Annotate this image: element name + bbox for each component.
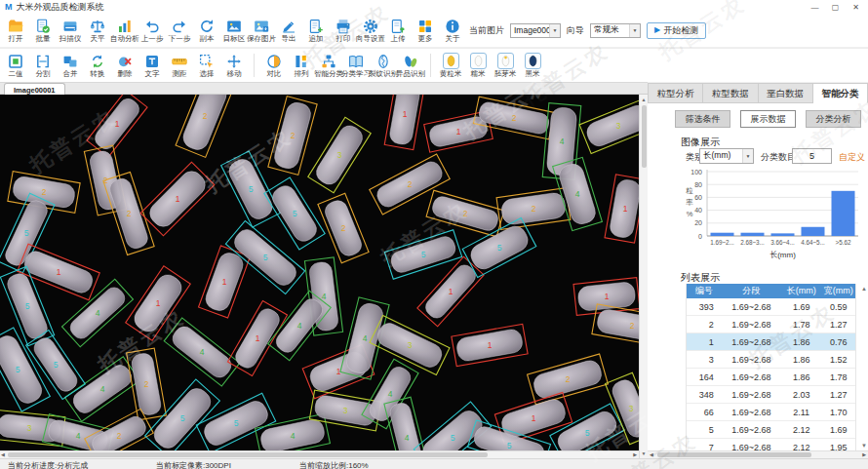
grain-box[interactable]: 2: [268, 97, 317, 176]
canvas-vertical-scrollbar[interactable]: ▲ ▼: [639, 95, 648, 458]
toolbar-measure-button[interactable]: 测距: [166, 54, 193, 78]
table-row[interactable]: 661.69~2.682.111.70: [687, 404, 855, 421]
toolbar-germ-rice-button[interactable]: 胚芽米: [492, 53, 519, 78]
grain-box[interactable]: 1: [452, 324, 528, 366]
scrollbar-thumb[interactable]: [657, 452, 811, 457]
grain-box[interactable]: 2: [592, 304, 639, 347]
toolbar-classify-learn-button[interactable]: 分类学习: [342, 54, 370, 78]
grain-box[interactable]: 1: [417, 256, 484, 326]
toolbar-more-button[interactable]: 更多: [412, 14, 439, 47]
toolbar-prev-step-button[interactable]: 上一步: [138, 14, 166, 47]
grain-box[interactable]: 5: [264, 177, 325, 250]
toolbar-duplicate-button[interactable]: 副本: [193, 14, 220, 47]
panel-subbutton-0[interactable]: 筛选条件: [675, 110, 730, 128]
scrollbar-thumb[interactable]: [642, 105, 647, 168]
scroll-right-icon[interactable]: ▶: [862, 451, 866, 458]
grain-box[interactable]: 4: [164, 318, 240, 386]
toolbar-target-region-button[interactable]: 目标区: [220, 14, 248, 47]
grain-box[interactable]: 3: [370, 315, 450, 374]
scroll-left-icon[interactable]: ◀: [650, 451, 653, 458]
toolbar-yellow-rice-button[interactable]: 黄粒米: [437, 53, 464, 78]
minimize-button[interactable]: —: [805, 0, 825, 14]
scrollbar-thumb[interactable]: [8, 452, 488, 457]
scroll-left-icon[interactable]: ◀: [1, 451, 5, 458]
toolbar-foreign-detect-button[interactable]: 异品识别: [397, 54, 424, 78]
panel-tab-0[interactable]: 粒型分析: [648, 83, 703, 103]
toolbar-convert-button[interactable]: 转换: [84, 54, 111, 78]
toolbar-auto-analyze-button[interactable]: 自动分析: [111, 14, 138, 47]
grain-box[interactable]: 1: [605, 175, 639, 243]
table-scroll-down-icon[interactable]: ▼: [861, 442, 867, 449]
toolbar-split-button[interactable]: 分割: [29, 54, 57, 78]
toolbar-glutinous-rice-button[interactable]: 糯米: [464, 53, 492, 78]
toolbar-smart-classify-button[interactable]: 智能分类: [315, 54, 342, 78]
canvas-horizontal-scrollbar[interactable]: ◀ ▶: [0, 450, 639, 458]
chevron-down-icon[interactable]: ▼: [549, 24, 560, 37]
table-row[interactable]: 3931.69~2.681.690.59: [687, 298, 855, 316]
toolbar-text-button[interactable]: 文字: [138, 54, 166, 78]
panel-subbutton-1[interactable]: 展示数据: [740, 110, 796, 128]
toolbar-upload-button[interactable]: 上传: [384, 14, 412, 47]
panel-subbutton-2[interactable]: 分类分析: [806, 110, 861, 128]
toolbar-binary-button[interactable]: 二值: [2, 54, 29, 78]
toolbar-scanner-button[interactable]: 扫描仪: [57, 14, 84, 47]
class-count-input[interactable]: [792, 148, 832, 164]
grain-box[interactable]: 3: [308, 117, 371, 192]
table-row[interactable]: 31.69~2.681.861.52: [687, 351, 855, 369]
image-canvas[interactable]: 1 2 2 3 1 1 2 4: [0, 95, 639, 450]
chevron-down-icon[interactable]: ▼: [742, 149, 753, 163]
toolbar-arrange-button[interactable]: 排列: [288, 54, 315, 78]
table-horizontal-scrollbar[interactable]: ◀ ▶: [648, 450, 868, 458]
maximize-button[interactable]: ▢: [825, 0, 846, 14]
toolbar-open-button[interactable]: 打开: [2, 14, 29, 47]
toolbar-save-image-button[interactable]: 保存图片: [248, 14, 275, 47]
start-detect-button[interactable]: ▶ 开始检测: [647, 22, 706, 39]
grain-box[interactable]: 1: [199, 246, 251, 318]
grain-box[interactable]: 2: [426, 190, 504, 237]
category-select[interactable]: 长(mm) ▼: [699, 148, 754, 164]
grain-box[interactable]: 1: [384, 95, 425, 150]
grain-box[interactable]: 2: [176, 95, 234, 157]
table-scroll-up-icon[interactable]: ▲: [861, 285, 867, 293]
toolbar-balance-button[interactable]: 天平: [84, 14, 111, 47]
grain-box[interactable]: 3: [579, 98, 639, 153]
grain-box[interactable]: 2: [318, 193, 369, 263]
scroll-up-icon[interactable]: ▲: [640, 96, 648, 103]
toolbar-select-button[interactable]: 选择: [193, 54, 220, 78]
table-row[interactable]: 1641.69~2.681.861.78: [687, 369, 855, 386]
grain-box[interactable]: 1: [87, 95, 147, 157]
chevron-down-icon[interactable]: ▼: [629, 24, 640, 37]
toolbar-compare-button[interactable]: 对比: [260, 54, 288, 78]
toolbar-delete-button[interactable]: 删除: [111, 54, 138, 78]
table-row[interactable]: 71.69~2.682.121.95: [687, 439, 855, 450]
table-row[interactable]: 3481.69~2.682.031.27: [687, 386, 855, 404]
toolbar-append-button[interactable]: 追加: [302, 14, 330, 47]
grain-box[interactable]: 1: [140, 162, 215, 236]
grain-box[interactable]: 2: [103, 172, 154, 254]
panel-tab-2[interactable]: 垩白数据: [759, 83, 813, 103]
grain-box[interactable]: 2: [127, 348, 167, 420]
close-button[interactable]: ✕: [846, 0, 866, 14]
scroll-down-icon[interactable]: ▼: [640, 449, 648, 457]
wizard-select[interactable]: 常规米 ▼: [590, 23, 641, 38]
toolbar-black-rice-button[interactable]: 黑米: [519, 53, 546, 78]
toolbar-wizard-settings-button[interactable]: 向导设置: [357, 14, 384, 47]
current-image-select[interactable]: Image00001 ▼: [510, 23, 561, 38]
custom-link[interactable]: 自定义: [839, 151, 865, 164]
table-row[interactable]: 51.69~2.682.121.69: [687, 421, 855, 439]
toolbar-next-step-button[interactable]: 下一步: [166, 14, 193, 47]
scroll-right-icon[interactable]: ▶: [633, 451, 637, 458]
table-row[interactable]: 11.69~2.681.860.76: [687, 333, 855, 351]
toolbar-move-button[interactable]: 移动: [220, 54, 248, 78]
toolbar-export-button[interactable]: 导出: [275, 14, 302, 47]
toolbar-crack-detect-button[interactable]: 裂纹识别: [370, 54, 397, 78]
panel-tab-1[interactable]: 粒型数据: [703, 83, 758, 103]
toolbar-batch-button[interactable]: 批量: [29, 14, 57, 47]
panel-tab-3[interactable]: 智能分类: [813, 83, 868, 103]
toolbar-merge-button[interactable]: 合并: [57, 54, 84, 78]
grain-box[interactable]: 2: [496, 188, 571, 230]
toolbar-about-button[interactable]: 关于: [439, 14, 466, 47]
grain-box[interactable]: 2: [528, 354, 609, 405]
toolbar-print-button[interactable]: 打印: [330, 14, 357, 47]
table-row[interactable]: 21.69~2.681.781.27: [687, 316, 855, 333]
